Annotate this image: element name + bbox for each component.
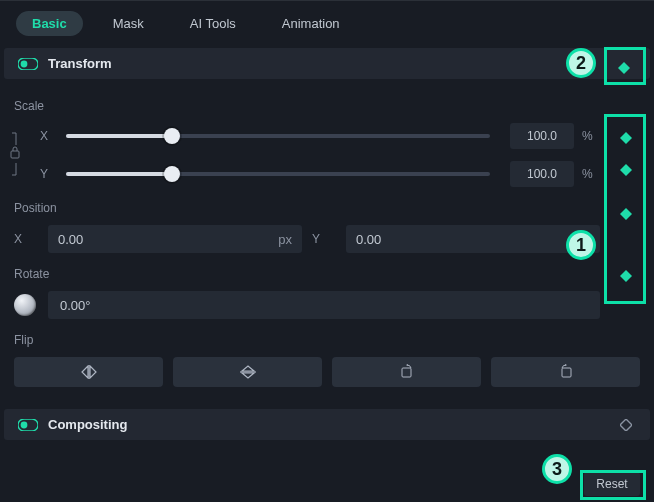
rotate-cw-button[interactable] (491, 357, 640, 387)
scale-label: Scale (14, 99, 640, 113)
scale-x-keyframe-icon[interactable] (620, 132, 632, 144)
svg-rect-14 (620, 419, 632, 431)
scale-y-unit: % (582, 167, 600, 181)
scale-x-slider[interactable] (66, 134, 490, 138)
transform-title: Transform (48, 56, 112, 71)
position-x-label: X (14, 232, 30, 246)
flip-label: Flip (14, 333, 640, 347)
keyframe-column (620, 132, 632, 282)
annotation-3: 3 (542, 454, 572, 484)
rotate-value[interactable]: 0.00° (48, 291, 600, 319)
position-x-input[interactable]: 0.00 px (48, 225, 302, 253)
svg-rect-2 (618, 62, 630, 74)
tabs: Basic Mask AI Tools Animation (0, 0, 654, 48)
svg-point-13 (21, 421, 28, 428)
svg-rect-10 (620, 208, 632, 220)
scale-x-value[interactable]: 100.0 (510, 123, 574, 149)
scale-lock-icon[interactable] (10, 123, 22, 185)
tab-basic[interactable]: Basic (16, 11, 83, 36)
scale-y-label: Y (40, 167, 56, 181)
svg-rect-7 (562, 368, 571, 377)
tab-ai-tools[interactable]: AI Tools (174, 11, 252, 36)
flip-horizontal-button[interactable] (14, 357, 163, 387)
position-y-value: 0.00 (356, 232, 381, 247)
tab-animation[interactable]: Animation (266, 11, 356, 36)
position-x-value: 0.00 (58, 232, 83, 247)
transform-panel: Scale X 100.0 % Y 100.0 % Positio (0, 79, 654, 387)
transform-keyframe-icon[interactable] (618, 62, 630, 74)
rotate-keyframe-icon[interactable] (620, 270, 632, 282)
position-y-unit: px (576, 232, 590, 247)
svg-rect-6 (402, 368, 411, 377)
svg-rect-9 (620, 164, 632, 176)
position-label: Position (14, 201, 640, 215)
scale-y-keyframe-icon[interactable] (620, 164, 632, 176)
rotate-label: Rotate (14, 267, 640, 281)
compositing-header[interactable]: Compositing (4, 409, 650, 440)
compositing-toggle-icon[interactable] (18, 419, 38, 431)
scale-x-label: X (40, 129, 56, 143)
compositing-keyframe-icon[interactable] (620, 419, 632, 431)
position-y-input[interactable]: 0.00 px (346, 225, 600, 253)
position-keyframe-icon[interactable] (620, 208, 632, 220)
scale-y-slider[interactable] (66, 172, 490, 176)
rotate-dial[interactable] (14, 294, 36, 316)
rotate-ccw-button[interactable] (332, 357, 481, 387)
reset-button[interactable]: Reset (584, 472, 640, 496)
svg-rect-11 (620, 270, 632, 282)
svg-rect-8 (620, 132, 632, 144)
scale-x-unit: % (582, 129, 600, 143)
svg-point-1 (21, 60, 28, 67)
position-y-label: Y (312, 232, 328, 246)
tab-mask[interactable]: Mask (97, 11, 160, 36)
flip-vertical-button[interactable] (173, 357, 322, 387)
position-x-unit: px (278, 232, 292, 247)
transform-header[interactable]: Transform (4, 48, 650, 79)
transform-toggle-icon[interactable] (18, 58, 38, 70)
scale-y-value[interactable]: 100.0 (510, 161, 574, 187)
svg-rect-3 (11, 151, 19, 158)
compositing-title: Compositing (48, 417, 127, 432)
